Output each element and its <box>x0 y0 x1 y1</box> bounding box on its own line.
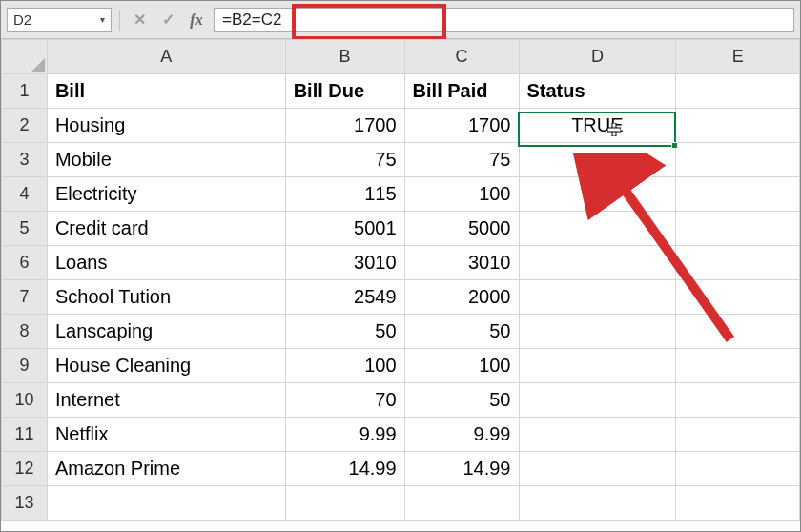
cell-B10[interactable]: 70 <box>285 383 404 418</box>
row-header-13[interactable]: 13 <box>2 486 48 521</box>
row-header-6[interactable]: 6 <box>2 246 48 280</box>
cell-E9[interactable] <box>676 349 800 383</box>
cell-D5[interactable] <box>519 212 676 246</box>
cell-B2[interactable]: 1700 <box>285 109 404 143</box>
divider <box>119 10 120 31</box>
cell-E1[interactable] <box>676 74 800 109</box>
grid[interactable]: A B C D E 1 Bill Bill Due Bill Paid Stat… <box>1 39 800 521</box>
formula-text: =B2=C2 <box>222 10 786 30</box>
cell-E13[interactable] <box>676 486 800 521</box>
cell-C11[interactable]: 9.99 <box>404 418 519 452</box>
row-header-12[interactable]: 12 <box>2 452 48 486</box>
col-header-B[interactable]: B <box>285 40 404 74</box>
cell-D1[interactable]: Status <box>519 74 676 109</box>
cell-B4[interactable]: 115 <box>285 177 404 212</box>
cell-B6[interactable]: 3010 <box>285 246 404 280</box>
formula-bar: D2 ▾ ✕ ✓ fx =B2=C2 <box>1 1 800 39</box>
cell-D12[interactable] <box>519 452 676 486</box>
cell-E6[interactable] <box>676 246 800 280</box>
cell-C8[interactable]: 50 <box>404 315 519 349</box>
cell-D9[interactable] <box>519 349 676 383</box>
name-box[interactable]: D2 ▾ <box>7 8 112 32</box>
row-header-2[interactable]: 2 <box>2 109 48 143</box>
cell-E4[interactable] <box>676 177 800 212</box>
cell-A12[interactable]: Amazon Prime <box>47 452 285 486</box>
cell-D4[interactable] <box>519 177 676 212</box>
cell-C5[interactable]: 5000 <box>404 212 519 246</box>
row-header-4[interactable]: 4 <box>2 177 48 212</box>
cell-A11[interactable]: Netflix <box>47 418 285 452</box>
col-header-C[interactable]: C <box>404 40 519 74</box>
cell-E12[interactable] <box>676 452 800 486</box>
fx-icon[interactable]: fx <box>185 9 208 31</box>
cancel-icon[interactable]: ✕ <box>128 9 151 31</box>
cell-D13[interactable] <box>519 486 676 521</box>
cell-B12[interactable]: 14.99 <box>285 452 404 486</box>
row-header-9[interactable]: 9 <box>2 349 48 383</box>
cell-E11[interactable] <box>676 418 800 452</box>
enter-icon[interactable]: ✓ <box>156 9 179 31</box>
cell-A6[interactable]: Loans <box>47 246 285 280</box>
cell-A3[interactable]: Mobile <box>47 143 285 177</box>
cell-A7[interactable]: School Tution <box>47 280 285 315</box>
cell-C10[interactable]: 50 <box>404 383 519 418</box>
col-header-E[interactable]: E <box>676 40 800 74</box>
name-box-value: D2 <box>13 11 96 28</box>
cell-E10[interactable] <box>676 383 800 418</box>
cell-A13[interactable] <box>47 486 285 521</box>
cell-B13[interactable] <box>285 486 404 521</box>
cell-B3[interactable]: 75 <box>285 143 404 177</box>
cell-C1[interactable]: Bill Paid <box>404 74 519 109</box>
row-header-3[interactable]: 3 <box>2 143 48 177</box>
cell-A5[interactable]: Credit card <box>47 212 285 246</box>
cell-C9[interactable]: 100 <box>404 349 519 383</box>
cell-C2[interactable]: 1700 <box>404 109 519 143</box>
formula-input[interactable]: =B2=C2 <box>214 8 794 32</box>
row-header-5[interactable]: 5 <box>2 212 48 246</box>
cell-C7[interactable]: 2000 <box>404 280 519 315</box>
cell-B7[interactable]: 2549 <box>285 280 404 315</box>
cell-E3[interactable] <box>676 143 800 177</box>
cell-A1[interactable]: Bill <box>47 74 285 109</box>
col-header-D[interactable]: D <box>519 40 676 74</box>
row-header-7[interactable]: 7 <box>2 280 48 315</box>
cell-C3[interactable]: 75 <box>404 143 519 177</box>
cell-D11[interactable] <box>519 418 676 452</box>
select-all-corner[interactable] <box>2 40 48 74</box>
cell-D8[interactable] <box>519 315 676 349</box>
cell-A2[interactable]: Housing <box>47 109 285 143</box>
cell-E2[interactable] <box>676 109 800 143</box>
cell-E7[interactable] <box>676 280 800 315</box>
sheet: A B C D E 1 Bill Bill Due Bill Paid Stat… <box>1 39 800 531</box>
cell-C13[interactable] <box>404 486 519 521</box>
row-header-1[interactable]: 1 <box>2 74 48 109</box>
cell-D10[interactable] <box>519 383 676 418</box>
cell-D6[interactable] <box>519 246 676 280</box>
cell-A4[interactable]: Electricity <box>47 177 285 212</box>
cell-E8[interactable] <box>676 315 800 349</box>
cell-D3[interactable] <box>519 143 676 177</box>
col-header-A[interactable]: A <box>47 40 285 74</box>
row-header-11[interactable]: 11 <box>2 418 48 452</box>
cell-B1[interactable]: Bill Due <box>285 74 404 109</box>
cell-B8[interactable]: 50 <box>285 315 404 349</box>
cell-D7[interactable] <box>519 280 676 315</box>
cell-E5[interactable] <box>676 212 800 246</box>
cell-B9[interactable]: 100 <box>285 349 404 383</box>
cell-B5[interactable]: 5001 <box>285 212 404 246</box>
cell-D2[interactable]: TRUE <box>519 109 676 143</box>
cell-C6[interactable]: 3010 <box>404 246 519 280</box>
row-header-8[interactable]: 8 <box>2 315 48 349</box>
cell-A8[interactable]: Lanscaping <box>47 315 285 349</box>
cell-B11[interactable]: 9.99 <box>285 418 404 452</box>
cell-C12[interactable]: 14.99 <box>404 452 519 486</box>
cell-C4[interactable]: 100 <box>404 177 519 212</box>
cell-A9[interactable]: House Cleaning <box>47 349 285 383</box>
name-box-dropdown-icon[interactable]: ▾ <box>96 14 105 25</box>
row-header-10[interactable]: 10 <box>2 383 48 418</box>
cell-A10[interactable]: Internet <box>47 383 285 418</box>
